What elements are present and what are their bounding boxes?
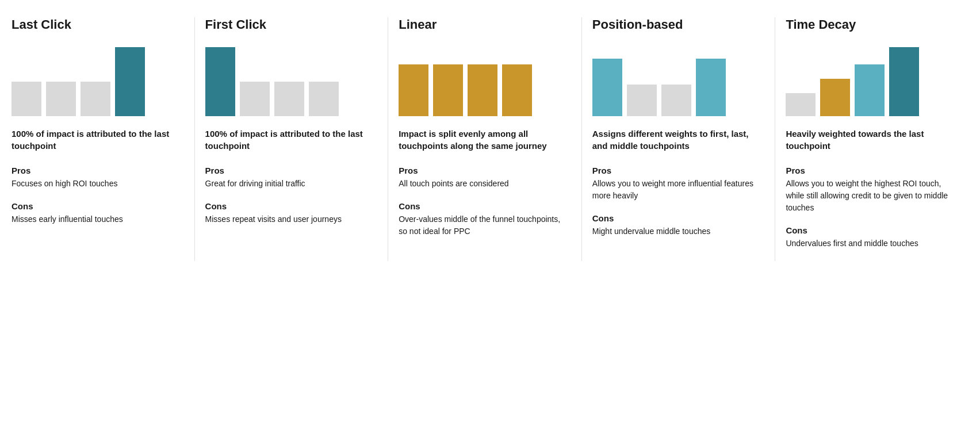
cons-text-position-based: Might undervalue middle touches bbox=[592, 225, 765, 237]
pros-text-position-based: Allows you to weight more influential fe… bbox=[592, 178, 765, 202]
cons-text-first-click: Misses repeat visits and user journeys bbox=[205, 213, 378, 225]
bar-last-click-1 bbox=[46, 82, 76, 116]
bar-last-click-2 bbox=[81, 82, 110, 116]
col-first-click: First Click100% of impact is attributed … bbox=[195, 17, 389, 261]
bar-linear-0 bbox=[399, 64, 428, 116]
bar-linear-1 bbox=[433, 64, 463, 116]
pros-label-position-based: Pros bbox=[592, 166, 765, 175]
description-position-based: Assigns different weights to first, last… bbox=[592, 128, 765, 152]
chart-time-decay bbox=[786, 41, 958, 116]
bar-first-click-1 bbox=[240, 82, 270, 116]
bar-last-click-3 bbox=[115, 47, 145, 116]
cons-label-last-click: Cons bbox=[12, 201, 184, 211]
col-linear: LinearImpact is split evenly among all t… bbox=[388, 17, 582, 261]
bar-time-decay-0 bbox=[786, 93, 816, 116]
col-position-based: Position-basedAssigns different weights … bbox=[582, 17, 776, 261]
description-last-click: 100% of impact is attributed to the last… bbox=[12, 128, 184, 152]
pros-label-linear: Pros bbox=[399, 166, 571, 175]
title-position-based: Position-based bbox=[592, 17, 765, 32]
pros-text-first-click: Great for driving initial traffic bbox=[205, 178, 378, 190]
description-linear: Impact is split evenly among all touchpo… bbox=[399, 128, 571, 152]
bar-position-based-2 bbox=[661, 85, 691, 116]
bar-time-decay-2 bbox=[855, 64, 885, 116]
title-time-decay: Time Decay bbox=[786, 17, 958, 32]
bar-first-click-0 bbox=[205, 47, 235, 116]
title-last-click: Last Click bbox=[12, 17, 184, 32]
col-time-decay: Time DecayHeavily weighted towards the l… bbox=[775, 17, 968, 261]
pros-text-linear: All touch points are considered bbox=[399, 178, 571, 190]
description-time-decay: Heavily weighted towards the last touchp… bbox=[786, 128, 958, 152]
pros-label-first-click: Pros bbox=[205, 166, 378, 175]
bar-linear-2 bbox=[468, 64, 497, 116]
bar-time-decay-1 bbox=[820, 79, 850, 116]
bar-linear-3 bbox=[502, 64, 532, 116]
pros-text-time-decay: Allows you to weight the highest ROI tou… bbox=[786, 178, 958, 214]
cons-label-position-based: Cons bbox=[592, 213, 765, 223]
bar-position-based-1 bbox=[627, 85, 657, 116]
bar-first-click-3 bbox=[309, 82, 339, 116]
chart-position-based bbox=[592, 41, 765, 116]
bar-time-decay-3 bbox=[889, 47, 919, 116]
chart-first-click bbox=[205, 41, 378, 116]
pros-label-last-click: Pros bbox=[12, 166, 184, 175]
pros-text-last-click: Focuses on high ROI touches bbox=[12, 178, 184, 190]
bar-position-based-3 bbox=[696, 59, 726, 116]
col-last-click: Last Click100% of impact is attributed t… bbox=[12, 17, 195, 261]
description-first-click: 100% of impact is attributed to the last… bbox=[205, 128, 378, 152]
title-first-click: First Click bbox=[205, 17, 378, 32]
cons-text-last-click: Misses early influential touches bbox=[12, 213, 184, 225]
main-columns: Last Click100% of impact is attributed t… bbox=[12, 17, 968, 261]
cons-text-time-decay: Undervalues first and middle touches bbox=[786, 237, 958, 250]
cons-label-first-click: Cons bbox=[205, 201, 378, 211]
chart-last-click bbox=[12, 41, 184, 116]
cons-text-linear: Over-values middle of the funnel touchpo… bbox=[399, 213, 571, 237]
chart-linear bbox=[399, 41, 571, 116]
cons-label-time-decay: Cons bbox=[786, 225, 958, 235]
cons-label-linear: Cons bbox=[399, 201, 571, 211]
bar-last-click-0 bbox=[12, 82, 41, 116]
bar-position-based-0 bbox=[592, 59, 622, 116]
title-linear: Linear bbox=[399, 17, 571, 32]
pros-label-time-decay: Pros bbox=[786, 166, 958, 175]
bar-first-click-2 bbox=[274, 82, 304, 116]
